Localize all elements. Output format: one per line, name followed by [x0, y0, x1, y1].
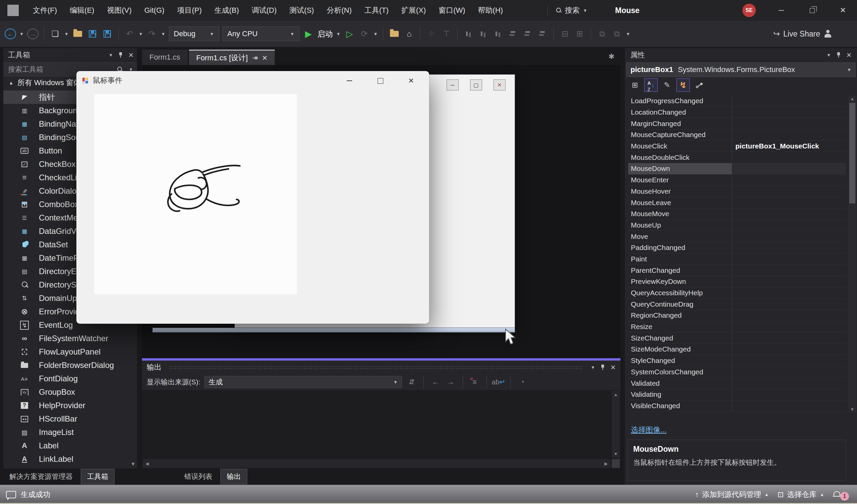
- toolbox-item[interactable]: ImageList: [3, 425, 137, 439]
- save-all-icon[interactable]: [103, 30, 111, 37]
- search-box[interactable]: 搜索 ▼: [556, 0, 587, 21]
- properties-header[interactable]: 属性 ▼ ✕: [625, 48, 857, 62]
- tab-solution-explorer[interactable]: 解决方案资源管理器: [3, 469, 79, 484]
- close-icon[interactable]: ✕: [610, 364, 616, 371]
- find-in-files-icon[interactable]: [390, 31, 399, 37]
- window-position-icon[interactable]: ▼: [108, 53, 113, 57]
- form-minimize-button[interactable]: ─: [447, 80, 459, 90]
- event-row[interactable]: MouseDoubleClick: [628, 152, 846, 163]
- pin-icon[interactable]: [837, 52, 840, 57]
- previous-message-icon[interactable]: ←: [430, 376, 441, 388]
- event-row[interactable]: LocationChanged: [628, 107, 846, 118]
- chevron-down-icon[interactable]: ▼: [161, 32, 166, 36]
- word-wrap-icon[interactable]: ab↵: [493, 376, 504, 388]
- redo-icon[interactable]: ↷: [147, 27, 158, 40]
- navigate-forward-icon[interactable]: →: [27, 29, 38, 39]
- scroll-down-icon[interactable]: ▼: [130, 461, 136, 467]
- navigate-back-icon[interactable]: ←: [5, 29, 16, 39]
- window-close-button[interactable]: ✕: [832, 0, 854, 21]
- start-debug-icon[interactable]: ▶: [303, 27, 314, 40]
- event-row[interactable]: Move: [628, 231, 846, 242]
- pin-icon[interactable]: [601, 365, 604, 370]
- save-icon[interactable]: [89, 30, 96, 37]
- output-vertical-scrollbar[interactable]: ▲▼: [612, 391, 620, 458]
- categorized-icon[interactable]: ⊞: [628, 79, 642, 92]
- menu-item[interactable]: 文件(F): [29, 3, 61, 17]
- toolbox-item[interactable]: GroupBox: [3, 385, 137, 399]
- window-position-icon[interactable]: ▼: [826, 53, 831, 57]
- account-badge[interactable]: SE: [742, 4, 756, 17]
- chevron-down-icon[interactable]: ▼: [336, 32, 341, 36]
- output-source-dropdown[interactable]: 生成 ▼: [204, 376, 402, 388]
- close-icon[interactable]: ✕: [262, 54, 268, 62]
- align-centers-icon[interactable]: [479, 30, 488, 38]
- scrollbar-thumb[interactable]: [849, 103, 855, 203]
- menu-item[interactable]: 分析(N): [323, 3, 356, 17]
- toolbox-item[interactable]: HScrollBar: [3, 412, 137, 425]
- open-folder-icon[interactable]: [73, 31, 82, 37]
- app-minimize-button[interactable]: [344, 75, 355, 86]
- tab-form1-cs[interactable]: Form1.cs: [142, 50, 188, 65]
- drag-handle[interactable]: [169, 366, 583, 369]
- chevron-down-icon[interactable]: ▼: [373, 32, 377, 36]
- events-view-icon[interactable]: ↯: [676, 79, 690, 92]
- chevron-down-icon[interactable]: ▼: [139, 32, 143, 36]
- pin-icon[interactable]: [252, 56, 258, 60]
- event-row[interactable]: QueryContinueDrag: [628, 299, 846, 310]
- event-row[interactable]: MouseHover: [628, 186, 846, 197]
- toolbox-item[interactable]: ListBox: [3, 466, 137, 469]
- timestamp-icon[interactable]: ◔: [517, 376, 528, 388]
- panel-splitter[interactable]: [142, 358, 620, 360]
- menu-item[interactable]: 工具(T): [360, 3, 393, 17]
- alphabetical-icon[interactable]: AZ↓: [644, 79, 658, 92]
- event-row[interactable]: SizeModeChanged: [628, 344, 846, 355]
- output-content[interactable]: ▲▼ ◀▶: [142, 390, 620, 469]
- next-message-icon[interactable]: →: [445, 376, 457, 388]
- start-button-label[interactable]: 启动: [318, 29, 333, 39]
- toolbox-item[interactable]: FontDialog: [3, 372, 137, 385]
- property-pages-icon[interactable]: ⊶: [692, 79, 706, 92]
- menu-item[interactable]: 调试(D): [248, 3, 281, 17]
- menu-item[interactable]: Git(G): [140, 4, 169, 17]
- tab-toolbox[interactable]: 工具箱: [81, 469, 115, 484]
- event-row[interactable]: StyleChanged: [628, 355, 846, 367]
- form-maximize-button[interactable]: ▢: [470, 80, 482, 90]
- tab-output[interactable]: 输出: [220, 469, 247, 484]
- event-row[interactable]: SizeChanged: [628, 332, 846, 344]
- event-row[interactable]: QueryAccessibilityHelp: [628, 287, 846, 299]
- menu-item[interactable]: 扩展(X): [397, 3, 430, 17]
- solution-configuration-dropdown[interactable]: Debug▼: [169, 27, 219, 41]
- live-share-button[interactable]: ↪ Live Share: [773, 21, 832, 47]
- select-repository-button[interactable]: ⊡ 选择仓库 ▲: [778, 490, 824, 500]
- window-position-icon[interactable]: ▼: [591, 365, 595, 370]
- event-row[interactable]: MouseDown: [628, 163, 846, 174]
- menu-item[interactable]: 窗口(W): [435, 3, 469, 17]
- align-lefts-icon[interactable]: [464, 30, 473, 38]
- undo-icon[interactable]: ↶: [124, 27, 135, 40]
- chevron-down-icon[interactable]: ▼: [19, 32, 24, 36]
- designer-scrollbar[interactable]: [152, 328, 515, 332]
- preview-window-icon[interactable]: ⌂: [403, 27, 415, 40]
- toolbox-item[interactable]: FlowLayoutPanel: [3, 345, 137, 358]
- window-restore-button[interactable]: [801, 0, 823, 21]
- toolbox-header[interactable]: 工具箱 ▼ ✕: [3, 48, 137, 62]
- align-rights-icon[interactable]: [494, 30, 503, 38]
- event-row[interactable]: Resize: [628, 321, 846, 333]
- align-tops-icon[interactable]: [508, 30, 517, 38]
- event-row[interactable]: PaddingChanged: [628, 242, 846, 254]
- toolbox-item[interactable]: Label: [3, 439, 137, 452]
- event-row[interactable]: VisibleChanged: [628, 401, 846, 412]
- event-row[interactable]: MarginChanged: [628, 118, 846, 129]
- feedback-person-icon[interactable]: [823, 30, 832, 38]
- message-levels-icon[interactable]: ⇵: [406, 376, 417, 388]
- toolbox-item[interactable]: HelpProvider: [3, 399, 137, 412]
- pin-icon[interactable]: [119, 52, 122, 57]
- menu-item[interactable]: 测试(S): [285, 3, 318, 17]
- notifications-button[interactable]: 1: [833, 489, 849, 501]
- event-row[interactable]: PreviewKeyDown: [628, 276, 846, 287]
- event-row[interactable]: MouseCaptureChanged: [628, 129, 846, 141]
- event-row[interactable]: MouseMove: [628, 208, 846, 220]
- start-without-debug-icon[interactable]: ▷: [344, 27, 355, 40]
- add-to-source-control-button[interactable]: ↑ 添加到源代码管理 ▲: [695, 490, 769, 500]
- menu-item[interactable]: 编辑(E): [66, 3, 98, 17]
